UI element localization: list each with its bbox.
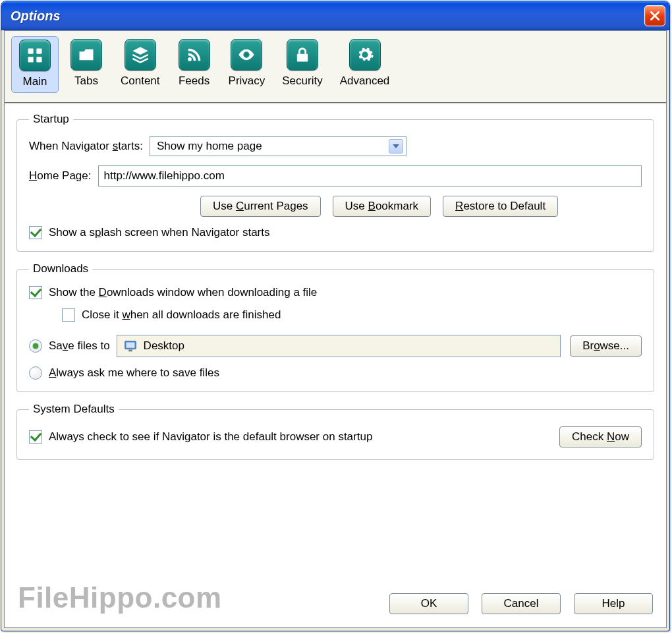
rss-icon xyxy=(179,39,210,71)
eye-icon xyxy=(231,39,262,71)
select-when-starts[interactable]: Show my home page xyxy=(150,136,406,156)
label-show-downloads: Show the Downloads window when downloadi… xyxy=(49,286,317,299)
btn-check-now[interactable]: Check Now xyxy=(559,426,642,447)
btn-help[interactable]: Help xyxy=(574,593,653,614)
stack-icon xyxy=(125,39,156,71)
svg-rect-3 xyxy=(36,57,42,62)
field-save-location[interactable]: Desktop xyxy=(117,335,561,357)
gear-icon xyxy=(349,39,381,71)
svg-rect-8 xyxy=(126,343,134,348)
watermark: FileHippo.com xyxy=(18,581,222,614)
tab-label: Feeds xyxy=(179,74,210,88)
svg-point-5 xyxy=(245,53,248,57)
radio-save-to[interactable] xyxy=(29,339,42,353)
btn-cancel[interactable]: Cancel xyxy=(482,593,561,614)
tab-advanced[interactable]: Advanced xyxy=(333,36,397,92)
select-value: Show my home page xyxy=(157,140,262,153)
tab-privacy[interactable]: Privacy xyxy=(222,36,272,92)
label-default-browser: Always check to see if Navigator is the … xyxy=(49,430,372,444)
tab-feeds[interactable]: Feeds xyxy=(171,36,218,92)
btn-browse[interactable]: Browse... xyxy=(570,335,642,357)
tab-main[interactable]: Main xyxy=(11,36,59,93)
save-location-value: Desktop xyxy=(144,339,184,353)
options-window: Options Main Tabs Content xyxy=(1,1,670,631)
window-title: Options xyxy=(11,9,61,24)
svg-rect-0 xyxy=(28,49,34,54)
group-startup: Startup When Navigator starts: Show my h… xyxy=(16,113,654,252)
dialog-footer: FileHippo.com OK Cancel Help xyxy=(5,575,666,627)
tab-tabs[interactable]: Tabs xyxy=(63,36,110,92)
btn-use-bookmark[interactable]: Use Bookmark xyxy=(333,196,432,217)
tab-content[interactable]: Content xyxy=(114,36,167,92)
desktop-icon xyxy=(123,338,138,354)
input-home-page[interactable] xyxy=(98,165,642,187)
tab-label: Security xyxy=(282,74,322,88)
lock-icon xyxy=(287,39,318,71)
check-splash[interactable] xyxy=(29,226,42,239)
svg-rect-9 xyxy=(128,350,132,352)
chevron-down-icon xyxy=(389,139,403,154)
legend-system-defaults: System Defaults xyxy=(29,403,119,416)
category-toolbar: Main Tabs Content Feeds xyxy=(5,31,666,103)
label-always-ask: Always ask me where to save files xyxy=(49,366,219,380)
tab-label: Content xyxy=(121,74,160,88)
tab-security[interactable]: Security xyxy=(275,36,329,92)
tab-label: Tabs xyxy=(74,74,98,88)
label-splash: Show a splash screen when Navigator star… xyxy=(49,226,269,239)
check-default-browser[interactable] xyxy=(29,430,42,444)
svg-rect-1 xyxy=(36,49,42,54)
title-bar: Options xyxy=(1,1,669,30)
grid-icon xyxy=(19,40,51,71)
group-downloads: Downloads Show the Downloads window when… xyxy=(16,262,654,392)
label-home-page: Home Page: xyxy=(29,169,92,183)
svg-point-4 xyxy=(188,57,192,61)
tab-label: Advanced xyxy=(340,74,390,88)
label-close-downloads: Close it when all downloads are finished xyxy=(82,308,281,322)
check-close-downloads[interactable] xyxy=(62,308,75,322)
radio-always-ask[interactable] xyxy=(29,366,42,380)
close-button[interactable] xyxy=(644,5,665,26)
btn-use-current-pages[interactable]: Use Current Pages xyxy=(200,196,321,217)
tabs-icon xyxy=(70,39,102,71)
label-when-starts: When Navigator starts: xyxy=(29,140,143,153)
panel-main: Startup When Navigator starts: Show my h… xyxy=(5,103,666,627)
legend-downloads: Downloads xyxy=(29,262,92,275)
svg-rect-6 xyxy=(297,54,308,62)
group-system-defaults: System Defaults Always check to see if N… xyxy=(16,403,654,460)
tab-label: Privacy xyxy=(229,74,266,88)
check-show-downloads[interactable] xyxy=(29,286,42,299)
btn-restore-default[interactable]: Restore to Default xyxy=(443,196,558,217)
legend-startup: Startup xyxy=(29,113,73,126)
client-area: Main Tabs Content Feeds xyxy=(4,30,667,628)
label-save-to: Save files to xyxy=(49,339,110,353)
btn-ok[interactable]: OK xyxy=(389,593,468,614)
svg-rect-2 xyxy=(28,57,34,62)
tab-label: Main xyxy=(23,75,47,88)
